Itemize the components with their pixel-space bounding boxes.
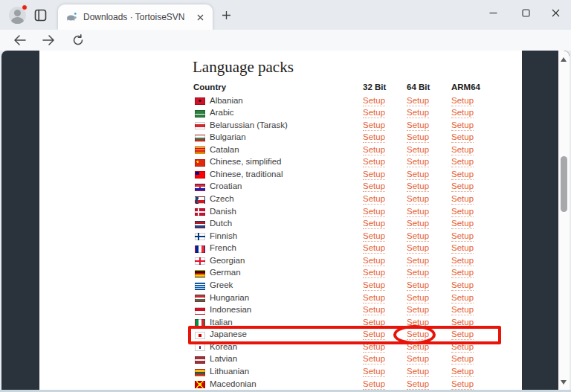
setup-link-dk-64bit[interactable]: Setup	[407, 207, 429, 217]
country-label: Belarussian (Tarask)	[210, 121, 288, 129]
setup-link-lv-64bit[interactable]: Setup	[407, 354, 429, 364]
setup-link-fi-arm64[interactable]: Setup	[451, 231, 474, 242]
setup-link-id-32bit[interactable]: Setup	[363, 305, 385, 315]
setup-link-mk-32bit[interactable]: Setup	[363, 379, 385, 390]
flag-icon-nl	[195, 221, 205, 228]
setup-link-cn-32bit[interactable]: Setup	[363, 157, 385, 167]
country-label: Latvian	[210, 354, 237, 363]
column-header-64bit: 64 Bit	[407, 83, 430, 91]
setup-link-tw-64bit[interactable]: Setup	[407, 170, 429, 180]
country-label: German	[210, 268, 241, 277]
flag-icon-cz	[195, 196, 205, 204]
setup-link-fr-arm64[interactable]: Setup	[451, 243, 474, 254]
setup-link-dk-32bit[interactable]: Setup	[363, 207, 385, 217]
setup-link-tw-arm64[interactable]: Setup	[451, 170, 474, 180]
setup-link-fi-32bit[interactable]: Setup	[363, 231, 385, 242]
setup-link-hu-64bit[interactable]: Setup	[407, 293, 429, 303]
setup-link-bg-arm64[interactable]: Setup	[451, 132, 474, 143]
setup-link-cz-64bit[interactable]: Setup	[407, 194, 429, 205]
setup-link-de-32bit[interactable]: Setup	[363, 268, 385, 278]
setup-link-dk-arm64[interactable]: Setup	[451, 207, 474, 217]
setup-link-by-32bit[interactable]: Setup	[363, 121, 385, 131]
setup-link-al-arm64[interactable]: Setup	[451, 96, 474, 106]
setup-link-ar-64bit[interactable]: Setup	[407, 108, 429, 118]
setup-link-nl-32bit[interactable]: Setup	[363, 219, 385, 229]
setup-link-id-64bit[interactable]: Setup	[407, 305, 429, 315]
setup-link-cn-arm64[interactable]: Setup	[451, 157, 474, 167]
flag-icon-dk	[195, 208, 205, 216]
setup-link-cn-64bit[interactable]: Setup	[407, 157, 429, 167]
setup-link-lt-64bit[interactable]: Setup	[407, 367, 429, 377]
setup-link-ca-arm64[interactable]: Setup	[451, 145, 474, 155]
setup-link-tw-32bit[interactable]: Setup	[363, 170, 385, 180]
country-label: Italian	[210, 318, 233, 327]
country-label: Bulgarian	[210, 132, 246, 141]
country-label: Greek	[210, 280, 233, 289]
flag-icon-ge	[195, 257, 205, 265]
setup-link-bg-32bit[interactable]: Setup	[363, 132, 385, 143]
flag-icon-hr	[195, 184, 205, 191]
table-row-ca: CatalanSetupSetupSetup	[0, 144, 571, 156]
setup-link-fr-64bit[interactable]: Setup	[407, 243, 429, 254]
annotation-ellipse	[393, 325, 436, 344]
setup-link-by-arm64[interactable]: Setup	[451, 121, 474, 131]
setup-link-by-64bit[interactable]: Setup	[407, 121, 429, 131]
setup-link-al-64bit[interactable]: Setup	[407, 96, 429, 106]
setup-link-hu-arm64[interactable]: Setup	[451, 293, 474, 303]
flag-icon-gr	[195, 283, 205, 290]
setup-link-mk-64bit[interactable]: Setup	[407, 379, 429, 390]
setup-link-al-32bit[interactable]: Setup	[363, 96, 385, 106]
setup-link-bg-64bit[interactable]: Setup	[407, 132, 429, 143]
setup-link-hr-32bit[interactable]: Setup	[363, 181, 385, 192]
setup-link-fr-32bit[interactable]: Setup	[363, 243, 385, 254]
flag-icon-tw	[195, 171, 205, 179]
setup-link-de-64bit[interactable]: Setup	[407, 268, 429, 278]
setup-link-hr-arm64[interactable]: Setup	[451, 181, 474, 192]
country-label: Chinese, traditional	[210, 170, 283, 179]
table-row-cz: CzechSetupSetupSetup	[0, 193, 571, 205]
setup-link-mk-arm64[interactable]: Setup	[451, 379, 474, 390]
country-label: Macedonian	[210, 379, 257, 388]
setup-link-id-arm64[interactable]: Setup	[451, 305, 474, 315]
setup-link-ar-32bit[interactable]: Setup	[363, 108, 385, 118]
setup-link-gr-32bit[interactable]: Setup	[363, 280, 385, 291]
setup-link-nl-64bit[interactable]: Setup	[407, 219, 429, 229]
setup-link-lt-arm64[interactable]: Setup	[451, 367, 474, 377]
setup-link-cz-32bit[interactable]: Setup	[363, 194, 385, 205]
flag-icon-ca	[195, 147, 205, 154]
flag-icon-id	[195, 307, 205, 315]
setup-link-ge-32bit[interactable]: Setup	[363, 256, 385, 266]
setup-link-de-arm64[interactable]: Setup	[451, 268, 474, 278]
table-row-tw: Chinese, traditionalSetupSetupSetup	[0, 169, 571, 181]
setup-link-lv-32bit[interactable]: Setup	[363, 354, 385, 364]
setup-link-gr-arm64[interactable]: Setup	[451, 280, 474, 291]
setup-link-ca-64bit[interactable]: Setup	[407, 145, 429, 155]
country-label: Indonesian	[210, 305, 251, 314]
column-header-country: Country	[193, 83, 226, 91]
setup-link-ge-arm64[interactable]: Setup	[451, 256, 474, 266]
setup-link-lt-32bit[interactable]: Setup	[363, 367, 385, 377]
table-row-cn: Chinese, simplifiedSetupSetupSetup	[0, 156, 571, 168]
flag-icon-de	[195, 270, 205, 277]
flag-icon-ar	[195, 110, 205, 118]
country-label: Lithuanian	[210, 367, 249, 376]
setup-link-hu-32bit[interactable]: Setup	[363, 293, 385, 303]
setup-link-nl-arm64[interactable]: Setup	[451, 219, 474, 229]
setup-link-ge-64bit[interactable]: Setup	[407, 256, 429, 266]
setup-link-gr-64bit[interactable]: Setup	[407, 280, 429, 291]
table-row-fr: FrenchSetupSetupSetup	[0, 242, 571, 254]
table-row-hu: HungarianSetupSetupSetup	[0, 292, 571, 304]
table-row-dk: DanishSetupSetupSetup	[0, 206, 571, 218]
country-label: Catalan	[210, 145, 239, 154]
setup-link-lv-arm64[interactable]: Setup	[451, 354, 474, 364]
page-title: Language packs	[193, 58, 294, 77]
setup-link-ca-32bit[interactable]: Setup	[363, 145, 385, 155]
country-label: Finnish	[210, 231, 237, 240]
setup-link-cz-arm64[interactable]: Setup	[451, 194, 474, 205]
flag-icon-al	[195, 97, 205, 105]
column-header-32bit: 32 Bit	[363, 83, 386, 91]
table-row-hr: CroatianSetupSetupSetup	[0, 181, 571, 193]
setup-link-fi-64bit[interactable]: Setup	[407, 231, 429, 242]
setup-link-hr-64bit[interactable]: Setup	[407, 181, 429, 192]
setup-link-ar-arm64[interactable]: Setup	[451, 108, 474, 118]
